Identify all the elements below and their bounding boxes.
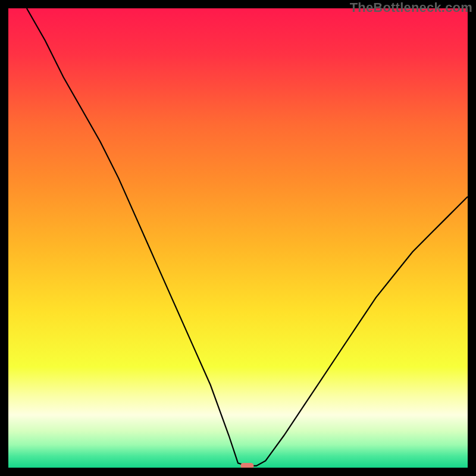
bottleneck-chart [8,8,468,468]
chart-frame: TheBottleneck.com [0,0,476,476]
plot-area [8,8,468,468]
watermark-text: TheBottleneck.com [350,0,472,15]
gradient-background [8,8,468,468]
optimal-point-marker [240,463,253,468]
